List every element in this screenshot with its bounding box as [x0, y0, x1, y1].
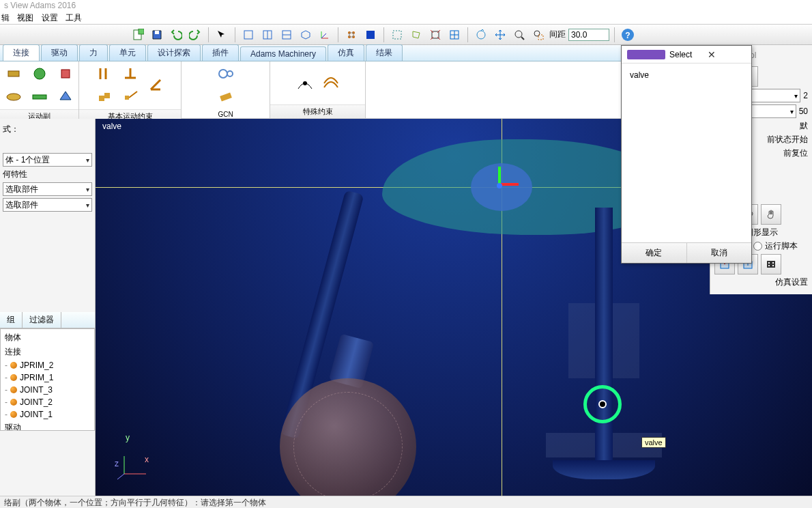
- dialog-ok-button[interactable]: 确定: [622, 243, 686, 263]
- tree-item-bodies[interactable]: 物体: [1, 330, 94, 345]
- spacing-input[interactable]: [568, 29, 609, 41]
- menu-view[interactable]: 视图: [17, 13, 33, 23]
- svg-text:?: ?: [625, 31, 630, 40]
- valve-stem[interactable]: [595, 208, 613, 474]
- tree-item-motions[interactable]: 驱动: [1, 421, 94, 431]
- selection-marker-center-icon: [598, 400, 607, 408]
- tree-item-joint3[interactable]: -JOINT_3: [1, 384, 94, 396]
- joint-cylindrical-icon[interactable]: [4, 87, 23, 107]
- svg-rect-56: [772, 265, 774, 266]
- dialog-item-valve[interactable]: valve: [627, 69, 746, 81]
- tab-design-explore[interactable]: 设计探索: [147, 44, 201, 61]
- primitive-orientation-icon[interactable]: [147, 76, 166, 95]
- sim-tool-hand-icon[interactable]: [761, 204, 781, 225]
- coupler-joint-icon[interactable]: [216, 87, 235, 107]
- joint-spherical-icon[interactable]: [30, 64, 49, 83]
- tab-element[interactable]: 单元: [109, 44, 146, 61]
- pan-icon[interactable]: [492, 27, 508, 43]
- pick-part-2-select[interactable]: 选取部件: [3, 198, 92, 212]
- tree-item-jprim1[interactable]: -JPRIM_1: [1, 371, 94, 384]
- menu-edit[interactable]: 辑: [1, 13, 10, 23]
- rotate-icon[interactable]: [473, 27, 489, 43]
- sim-settings-label[interactable]: 仿真设置: [775, 277, 808, 288]
- tab-connection[interactable]: 连接: [3, 44, 40, 61]
- menu-settings[interactable]: 设置: [42, 13, 58, 23]
- svg-rect-43: [220, 93, 232, 102]
- new-file-icon[interactable]: [130, 27, 146, 43]
- special-point-icon[interactable]: [295, 74, 315, 93]
- coupler-gear-icon[interactable]: [216, 64, 235, 83]
- svg-point-21: [477, 31, 485, 39]
- undo-icon[interactable]: [168, 27, 184, 43]
- model-tree[interactable]: 物体 连接 -JPRIM_2 -JPRIM_1 -JOINT_3 -JOINT_…: [0, 328, 95, 431]
- tree-tab-filters[interactable]: 过滤器: [23, 312, 61, 328]
- fit-icon[interactable]: [427, 27, 444, 43]
- primitive-perpendicular-icon[interactable]: [121, 64, 140, 83]
- tree-item-jprim2[interactable]: -JPRIM_2: [1, 359, 94, 371]
- dialog-titlebar[interactable]: Select ✕: [622, 46, 751, 63]
- axis-x-label: x: [145, 455, 149, 464]
- tree-item-joint1[interactable]: -JOINT_1: [1, 408, 94, 421]
- zoom-icon[interactable]: [511, 27, 527, 43]
- sim-film-icon[interactable]: [761, 254, 781, 274]
- redo-icon[interactable]: [187, 27, 203, 43]
- axis-z-label: z: [115, 459, 119, 468]
- valve-head[interactable]: [553, 460, 655, 479]
- select-poly-icon[interactable]: [408, 27, 424, 43]
- view-front-icon[interactable]: [240, 27, 257, 43]
- script-radio[interactable]: [753, 242, 762, 251]
- tab-motion[interactable]: 驱动: [41, 44, 78, 61]
- dialog-cancel-button[interactable]: 取消: [686, 243, 752, 263]
- primitive-inplane-icon[interactable]: [95, 87, 114, 107]
- sim-start-state-label: 前状态开始: [767, 134, 808, 145]
- tab-results[interactable]: 结果: [366, 44, 403, 61]
- pick-part-1-select[interactable]: 选取部件: [3, 182, 92, 196]
- view-top-icon[interactable]: [278, 27, 295, 43]
- wireframe-icon[interactable]: [343, 27, 360, 43]
- ribbon-group-special-label: 特殊约束: [270, 104, 365, 118]
- tab-simulation[interactable]: 仿真: [328, 44, 364, 61]
- coupler-gcn-label: GCN: [218, 111, 233, 118]
- view-iso-icon[interactable]: [298, 27, 314, 43]
- svg-rect-52: [767, 261, 775, 268]
- primitive-inline-icon[interactable]: [121, 87, 140, 107]
- help-icon[interactable]: ?: [620, 27, 636, 43]
- joint-revolute-icon[interactable]: [4, 64, 23, 83]
- tab-machinery[interactable]: Adams Machinery: [240, 46, 326, 61]
- save-icon[interactable]: [149, 27, 165, 43]
- construction-label: 式：: [3, 124, 19, 135]
- svg-rect-28: [8, 71, 19, 76]
- shaded-icon[interactable]: [362, 27, 379, 43]
- axes-icon[interactable]: [317, 27, 333, 43]
- grid-icon[interactable]: [446, 27, 463, 43]
- svg-point-29: [7, 94, 20, 100]
- svg-rect-3: [244, 31, 252, 39]
- primitive-parallel-icon[interactable]: [95, 64, 114, 83]
- tab-plugins[interactable]: 插件: [202, 44, 239, 61]
- dialog-list[interactable]: valve: [622, 63, 751, 242]
- svg-rect-2: [155, 31, 159, 34]
- zoom-window-icon[interactable]: [530, 27, 547, 43]
- menu-tools[interactable]: 工具: [66, 13, 82, 23]
- joint-planar-icon[interactable]: [56, 87, 75, 107]
- view-side-icon[interactable]: [259, 27, 276, 43]
- special-curve-icon[interactable]: [321, 74, 340, 93]
- status-bar: 络副（两个物体，一个位置；方向平行于几何特征）：请选择第一个物体: [0, 496, 812, 508]
- placement-select[interactable]: 体 - 1个位置: [3, 153, 92, 167]
- joint-translational-icon[interactable]: [30, 87, 49, 107]
- main-toolbar: 间距 ?: [0, 25, 812, 45]
- svg-rect-32: [61, 70, 70, 78]
- svg-point-41: [219, 70, 227, 78]
- tree-item-connections[interactable]: 连接: [1, 345, 94, 359]
- tree-item-joint2[interactable]: -JOINT_2: [1, 396, 94, 408]
- close-icon[interactable]: ✕: [708, 49, 746, 60]
- app-title: s View Adams 2016: [4, 1, 76, 10]
- select-box-icon[interactable]: [389, 27, 405, 43]
- svg-point-42: [227, 71, 233, 76]
- pointer-icon[interactable]: [214, 27, 230, 43]
- joint-fixed-icon[interactable]: [56, 64, 75, 83]
- left-column: 式： 体 - 1个位置 何特性 选取部件 选取部件 组 过滤器 物体 连接 -J…: [0, 119, 96, 496]
- dialog-app-icon: [627, 50, 665, 59]
- tab-force[interactable]: 力: [79, 44, 108, 61]
- tree-tab-groups[interactable]: 组: [0, 312, 23, 328]
